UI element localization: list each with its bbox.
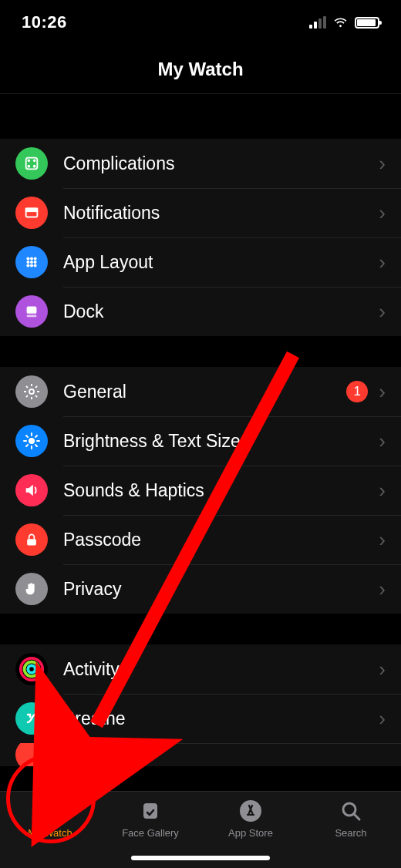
tab-label: Face Gallery bbox=[122, 827, 179, 839]
brightness-icon bbox=[15, 425, 48, 457]
svg-point-7 bbox=[26, 257, 29, 260]
row-activity[interactable]: Activity › bbox=[0, 644, 401, 694]
svg-point-18 bbox=[29, 389, 34, 394]
row-label: Notifications bbox=[63, 203, 379, 224]
app-icon bbox=[15, 743, 48, 766]
status-indicators bbox=[309, 15, 379, 31]
notifications-icon bbox=[15, 197, 48, 229]
app-store-icon bbox=[238, 798, 264, 824]
svg-line-39 bbox=[354, 814, 359, 819]
row-sounds[interactable]: Sounds & Haptics › bbox=[0, 466, 401, 515]
svg-point-2 bbox=[34, 160, 35, 161]
row-label: Brightness & Text Size bbox=[63, 431, 379, 452]
svg-point-31 bbox=[28, 665, 35, 672]
svg-rect-6 bbox=[26, 209, 38, 212]
chevron-right-icon: › bbox=[379, 300, 386, 324]
app-layout-icon bbox=[15, 246, 48, 278]
settings-group-3: Activity › Breathe › bbox=[0, 644, 401, 766]
complications-icon bbox=[15, 147, 48, 180]
chevron-right-icon: › bbox=[379, 251, 386, 274]
row-app-layout[interactable]: App Layout › bbox=[0, 237, 401, 287]
breathe-icon bbox=[15, 702, 48, 735]
tab-label: Search bbox=[335, 827, 366, 839]
chevron-right-icon: › bbox=[379, 380, 386, 404]
svg-point-3 bbox=[28, 166, 29, 167]
activity-rings-icon bbox=[15, 653, 48, 685]
chevron-right-icon: › bbox=[379, 658, 386, 681]
svg-point-35 bbox=[56, 807, 58, 809]
tab-label: App Store bbox=[228, 827, 273, 839]
settings-group-1: Complications › Notifications › App Layo… bbox=[0, 139, 401, 336]
svg-rect-36 bbox=[143, 803, 157, 819]
svg-line-25 bbox=[35, 445, 37, 446]
face-gallery-icon bbox=[137, 798, 163, 824]
cellular-signal-icon bbox=[309, 16, 326, 29]
row-next[interactable] bbox=[0, 743, 401, 766]
svg-point-4 bbox=[34, 166, 35, 167]
row-brightness[interactable]: Brightness & Text Size › bbox=[0, 416, 401, 466]
tab-face-gallery[interactable]: Face Gallery bbox=[100, 798, 200, 839]
section-spacer bbox=[0, 336, 401, 367]
svg-point-12 bbox=[34, 261, 37, 264]
chevron-right-icon: › bbox=[379, 707, 386, 731]
row-notifications[interactable]: Notifications › bbox=[0, 188, 401, 237]
row-breathe[interactable]: Breathe › bbox=[0, 694, 401, 743]
wifi-icon bbox=[332, 15, 349, 31]
row-label: Privacy bbox=[63, 579, 379, 600]
chevron-right-icon: › bbox=[379, 528, 386, 552]
row-label: Sounds & Haptics bbox=[63, 480, 379, 501]
svg-rect-32 bbox=[45, 805, 55, 818]
svg-point-15 bbox=[34, 264, 37, 267]
chevron-right-icon: › bbox=[379, 152, 386, 176]
lock-icon bbox=[15, 523, 48, 556]
row-complications[interactable]: Complications › bbox=[0, 139, 401, 188]
notification-badge: 1 bbox=[346, 381, 368, 402]
svg-line-26 bbox=[26, 445, 28, 446]
chevron-right-icon: › bbox=[379, 577, 386, 601]
row-passcode[interactable]: Passcode › bbox=[0, 515, 401, 564]
tab-label: My Watch bbox=[28, 827, 72, 839]
tab-my-watch[interactable]: 1 My Watch bbox=[0, 798, 100, 839]
row-label: App Layout bbox=[63, 252, 379, 273]
gear-icon bbox=[15, 375, 48, 408]
chevron-right-icon: › bbox=[379, 201, 386, 225]
svg-point-13 bbox=[26, 264, 29, 267]
status-time: 10:26 bbox=[22, 12, 67, 32]
svg-rect-0 bbox=[26, 158, 38, 170]
svg-rect-34 bbox=[46, 818, 53, 822]
row-label: Dock bbox=[63, 301, 379, 322]
row-label: Activity bbox=[63, 659, 379, 680]
tab-search[interactable]: Search bbox=[301, 798, 401, 839]
svg-rect-28 bbox=[27, 539, 36, 545]
battery-icon bbox=[355, 17, 379, 29]
chevron-right-icon: › bbox=[379, 479, 386, 503]
svg-rect-33 bbox=[46, 801, 53, 805]
chevron-right-icon: › bbox=[379, 429, 386, 453]
speaker-icon bbox=[15, 474, 48, 506]
svg-line-27 bbox=[35, 436, 37, 437]
settings-group-2: General 1 › Brightness & Text Size › Sou… bbox=[0, 367, 401, 614]
svg-line-24 bbox=[26, 436, 28, 437]
row-privacy[interactable]: Privacy › bbox=[0, 564, 401, 614]
hand-icon bbox=[15, 573, 48, 605]
page-title: My Watch bbox=[0, 45, 401, 94]
svg-point-14 bbox=[30, 264, 33, 267]
row-general[interactable]: General 1 › bbox=[0, 367, 401, 416]
status-bar: 10:26 bbox=[0, 0, 401, 45]
row-label: Complications bbox=[63, 153, 379, 174]
row-dock[interactable]: Dock › bbox=[0, 287, 401, 336]
section-spacer bbox=[0, 94, 401, 139]
tab-badge: 1 bbox=[60, 795, 77, 812]
home-indicator[interactable] bbox=[131, 856, 270, 860]
svg-point-8 bbox=[30, 257, 33, 260]
svg-rect-16 bbox=[27, 307, 37, 314]
svg-point-10 bbox=[26, 261, 29, 264]
tab-app-store[interactable]: App Store bbox=[200, 798, 301, 839]
svg-point-19 bbox=[29, 438, 35, 444]
row-label: General bbox=[63, 382, 346, 402]
svg-rect-17 bbox=[27, 315, 37, 318]
svg-point-11 bbox=[30, 261, 33, 264]
row-label: Passcode bbox=[63, 530, 379, 550]
search-icon bbox=[338, 798, 364, 824]
svg-point-9 bbox=[34, 257, 37, 260]
